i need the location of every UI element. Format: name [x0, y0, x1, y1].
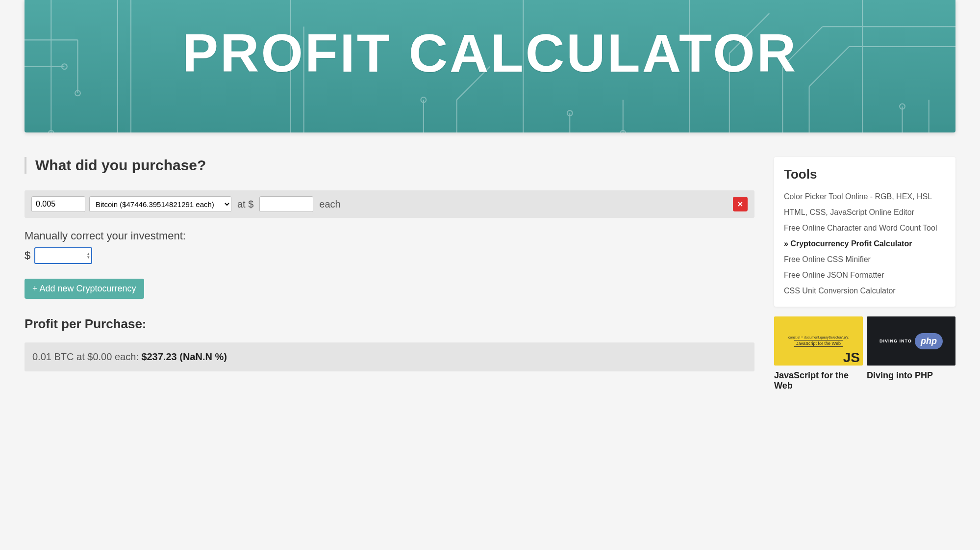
main-column: What did you purchase? Bitcoin ($47446.3…	[25, 157, 754, 371]
sidebar-column: Tools Color Picker Tool Online - RGB, HE…	[774, 157, 955, 391]
purchase-row: Bitcoin ($47446.39514821291 each) at $ e…	[25, 190, 754, 218]
sidebar-item-css-unit[interactable]: CSS Unit Conversion Calculator	[784, 283, 946, 299]
sidebar-item-color-picker[interactable]: Color Picker Tool Online - RGB, HEX, HSL	[784, 189, 946, 205]
add-cryptocurrency-button[interactable]: + Add new Cryptocurrency	[25, 279, 144, 299]
at-label: at $	[235, 199, 255, 210]
content-wrapper: What did you purchase? Bitcoin ($47446.3…	[0, 132, 980, 416]
each-label: each	[317, 199, 342, 210]
sidebar-item-html-editor[interactable]: HTML, CSS, JavaScript Online Editor	[784, 205, 946, 220]
sidebar-item-word-count[interactable]: Free Online Character and Word Count Too…	[784, 220, 946, 236]
price-input[interactable]	[259, 196, 313, 212]
course-card-js[interactable]: const el = document.querySelector('.a');…	[774, 316, 863, 391]
profit-heading: Profit per Purchase:	[25, 316, 754, 332]
thumb-php-label: DIVING INTO	[879, 339, 912, 343]
course-grid: const el = document.querySelector('.a');…	[774, 316, 955, 391]
manual-correct-label: Manually correct your investment:	[25, 230, 754, 242]
thumb-js-subtitle: JavaScript for the Web	[794, 340, 843, 347]
sidebar-item-css-minifier[interactable]: Free Online CSS Minifier	[784, 252, 946, 267]
course-card-php[interactable]: DIVING INTO php Diving into PHP	[867, 316, 955, 391]
course-title-php: Diving into PHP	[867, 370, 955, 381]
tools-list: Color Picker Tool Online - RGB, HEX, HSL…	[784, 189, 946, 299]
course-thumb-js: const el = document.querySelector('.a');…	[774, 316, 863, 366]
tools-card: Tools Color Picker Tool Online - RGB, HE…	[774, 157, 955, 307]
profit-prefix: 0.01 BTC at $0.00 each:	[32, 351, 141, 362]
sidebar-item-crypto-calc[interactable]: » Cryptocurrency Profit Calculator	[784, 236, 946, 252]
close-icon: ✕	[737, 200, 743, 208]
dollar-sign: $	[25, 249, 30, 262]
hero-title: PROFIT CALCULATOR	[182, 22, 798, 84]
sidebar-item-json-formatter[interactable]: Free Online JSON Formatter	[784, 267, 946, 283]
js-icon: JS	[843, 350, 860, 366]
crypto-select[interactable]: Bitcoin ($47446.39514821291 each)	[89, 196, 231, 212]
manual-correct-row: $ ▲▼	[25, 247, 754, 264]
profit-result-row: 0.01 BTC at $0.00 each: $237.23 (NaN.N %…	[25, 342, 754, 371]
purchase-heading: What did you purchase?	[25, 157, 754, 174]
course-title-js: JavaScript for the Web	[774, 370, 863, 391]
course-thumb-php: DIVING INTO php	[867, 316, 955, 366]
svg-line-27	[809, 47, 849, 86]
thumb-js-topline: const el = document.querySelector('.a');	[788, 336, 849, 339]
quantity-input[interactable]	[31, 196, 85, 212]
php-icon: php	[915, 333, 943, 349]
hero-banner: PROFIT CALCULATOR	[25, 0, 955, 132]
tools-title: Tools	[784, 167, 946, 182]
profit-value: $237.23 (NaN.N %)	[141, 351, 227, 362]
delete-row-button[interactable]: ✕	[733, 197, 748, 211]
page-root: PROFIT CALCULATOR What did you purchase?…	[0, 0, 980, 550]
investment-input[interactable]	[34, 247, 92, 264]
